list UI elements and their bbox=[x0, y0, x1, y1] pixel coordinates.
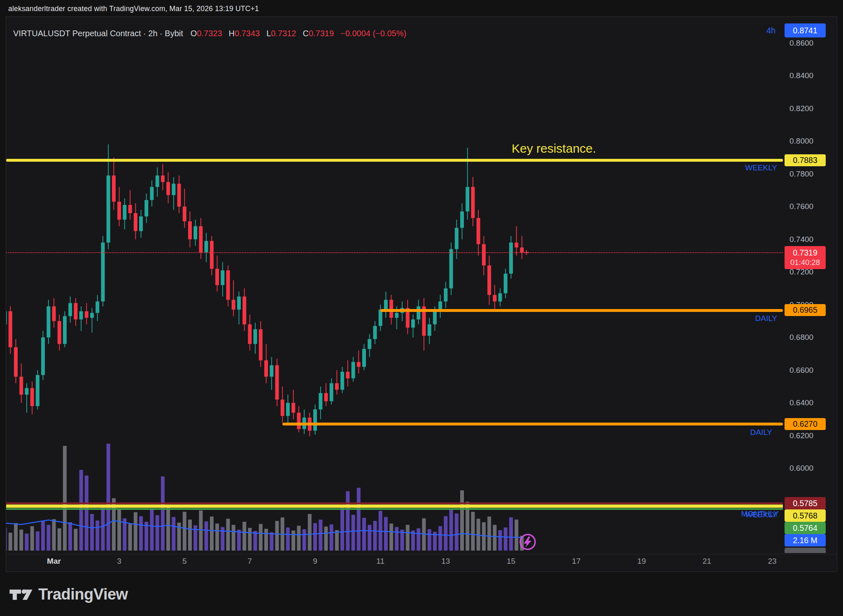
clipped-gray-badge bbox=[785, 548, 826, 553]
monthly-price-badge: 0.5785 bbox=[785, 497, 826, 509]
time-tick: 9 bbox=[313, 557, 317, 566]
monthly-level-line[interactable] bbox=[6, 502, 783, 504]
time-tick: 15 bbox=[507, 557, 515, 566]
time-tick: 21 bbox=[703, 557, 711, 566]
daily-support-line-upper[interactable] bbox=[380, 309, 783, 312]
close-value: C0.7319 bbox=[303, 29, 334, 38]
symbol-title[interactable]: VIRTUALUSDT Perpetual Contract · 2h · By… bbox=[13, 29, 183, 38]
tradingview-snapshot: aleksanderltrader created with TradingVi… bbox=[0, 0, 843, 616]
daily-upper-line-label: DAILY bbox=[755, 314, 777, 323]
weekly-support-line-label: WEEKLY bbox=[745, 510, 777, 519]
green-support-line[interactable] bbox=[6, 508, 783, 510]
weekly-support-price-badge: 0.5768 bbox=[785, 509, 826, 522]
low-value: L0.7312 bbox=[266, 29, 296, 38]
four-hour-price-badge: 0.8741 bbox=[785, 23, 826, 37]
time-tick: 7 bbox=[248, 557, 252, 566]
weekly-line-label: WEEKLY bbox=[745, 163, 777, 172]
four-hour-tag: 4h bbox=[766, 26, 775, 35]
tradingview-logo-icon bbox=[9, 584, 33, 604]
time-tick: 11 bbox=[376, 557, 384, 566]
green-support-price-badge: 0.5764 bbox=[785, 522, 826, 534]
bar-countdown: 01:40:28 bbox=[790, 258, 820, 267]
change-value: −0.0004 (−0.05%) bbox=[340, 29, 406, 38]
weekly-support-line[interactable] bbox=[6, 504, 783, 508]
time-tick: 19 bbox=[637, 557, 646, 566]
tradingview-logo-link[interactable]: TradingView bbox=[9, 584, 128, 604]
last-price-badge: 0.7319 01:40:28 bbox=[785, 246, 826, 269]
key-resistance-annotation: Key resistance. bbox=[512, 142, 596, 156]
time-tick: 3 bbox=[117, 557, 121, 566]
weekly-resistance-line[interactable] bbox=[6, 159, 783, 162]
time-axis[interactable]: Mar357911131517192123 bbox=[0, 0, 843, 616]
time-tick: 13 bbox=[441, 557, 450, 566]
time-tick: 17 bbox=[572, 557, 581, 566]
ohlc-values: O0.7323 H0.7343 L0.7312 C0.7319 −0.0004 … bbox=[191, 29, 406, 38]
volume-ma-badge: 2.16 M bbox=[785, 534, 826, 546]
last-price-line bbox=[6, 252, 783, 253]
weekly-resistance-price-badge: 0.7883 bbox=[785, 154, 826, 166]
last-price-value: 0.7319 bbox=[793, 248, 817, 258]
daily-support-line-lower[interactable] bbox=[282, 423, 783, 425]
lightning-boost-button[interactable] bbox=[519, 533, 537, 551]
tradingview-wordmark: TradingView bbox=[38, 586, 128, 603]
time-tick: 23 bbox=[768, 557, 776, 566]
symbol-header: VIRTUALUSDT Perpetual Contract · 2h · By… bbox=[13, 29, 406, 38]
open-value: O0.7323 bbox=[191, 29, 222, 38]
daily-lower-line-label: DAILY bbox=[750, 428, 772, 437]
high-value: H0.7343 bbox=[229, 29, 260, 38]
lightning-icon bbox=[519, 533, 537, 551]
time-axis-separator bbox=[6, 554, 837, 554]
time-tick: Mar bbox=[47, 557, 61, 566]
daily-upper-price-badge: 0.6965 bbox=[785, 304, 826, 316]
time-tick: 5 bbox=[182, 557, 187, 566]
attribution-text: aleksanderltrader created with TradingVi… bbox=[8, 5, 259, 13]
daily-lower-price-badge: 0.6270 bbox=[785, 418, 826, 430]
